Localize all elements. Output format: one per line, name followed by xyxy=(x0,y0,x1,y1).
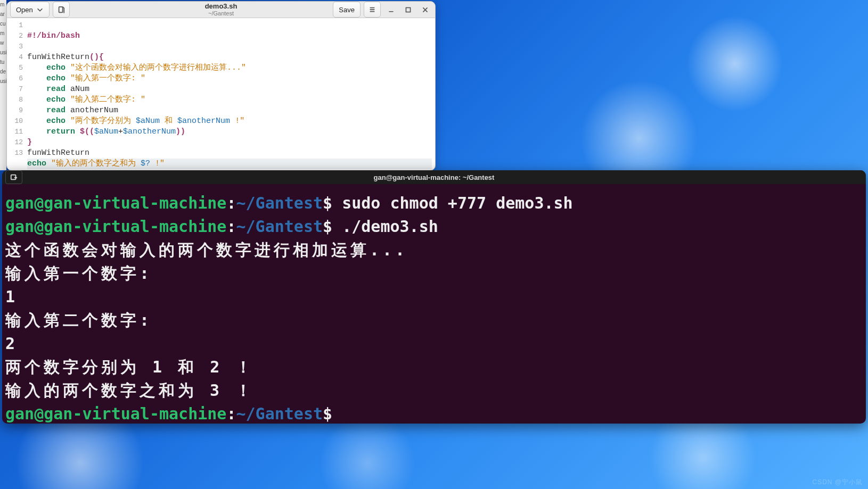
terminal-output: 1 xyxy=(5,285,863,309)
new-document-icon xyxy=(58,6,65,13)
gedit-source-view[interactable]: #!/bin/bash funWithReturn(){ echo "这个函数会… xyxy=(26,18,435,171)
line-number: 2 xyxy=(7,31,23,42)
terminal-output: 输入第一个数字: xyxy=(5,262,863,285)
gedit-titlebar: Open demo3.sh ~/Gantest Save xyxy=(7,2,435,18)
gedit-gutter: 1 2 3 4 5 6 7 8 9 10 11 12 13 xyxy=(7,18,26,171)
save-button[interactable]: Save xyxy=(333,2,361,18)
line-number: 3 xyxy=(7,42,23,52)
terminal-line: gan@gan-virtual-machine:~/Gantest$ xyxy=(5,402,863,424)
gedit-title-group: demo3.sh ~/Gantest xyxy=(205,3,238,16)
hamburger-icon xyxy=(369,6,376,13)
line-number: 1 xyxy=(7,20,23,31)
line-number: 13 xyxy=(7,148,23,159)
minimize-icon xyxy=(388,6,395,13)
close-icon xyxy=(422,6,429,13)
terminal-command: sudo chmod +777 demo3.sh xyxy=(332,194,573,212)
terminal-title: gan@gan-virtual-machine: ~/Gantest xyxy=(374,173,495,181)
window-maximize-button[interactable] xyxy=(401,3,415,16)
line-number: 7 xyxy=(7,84,23,95)
terminal-output: 输入第二个数字: xyxy=(5,309,863,332)
svg-rect-0 xyxy=(59,7,62,13)
terminal-line: gan@gan-virtual-machine:~/Gantest$ ./dem… xyxy=(5,215,863,238)
line-number: 10 xyxy=(7,116,23,127)
line-number: 4 xyxy=(7,52,23,63)
svg-rect-5 xyxy=(406,7,410,12)
occluded-window-sliver: marcumwusitudeusi xyxy=(0,0,6,170)
terminal-output: 输入的两个数字之和为 3 ！ xyxy=(5,379,863,402)
save-button-label: Save xyxy=(339,6,355,14)
gedit-body: 1 2 3 4 5 6 7 8 9 10 11 12 13 #!/bin/bas… xyxy=(7,18,435,171)
terminal-command: ./demo3.sh xyxy=(332,217,438,236)
csdn-watermark: CSDN @宁小鼠 xyxy=(812,478,863,487)
terminal-output: 这个函数会对输入的两个数字进行相加运算... xyxy=(5,238,863,262)
gedit-document-path: ~/Gantest xyxy=(205,10,238,16)
new-tab-icon xyxy=(10,173,18,181)
window-minimize-button[interactable] xyxy=(384,3,398,16)
new-document-button[interactable] xyxy=(53,2,70,18)
gedit-document-title: demo3.sh xyxy=(205,3,238,10)
hamburger-menu-button[interactable] xyxy=(364,2,381,18)
line-number: 11 xyxy=(7,127,23,137)
line-number: 5 xyxy=(7,63,23,73)
code-shebang: #!/bin/bash xyxy=(27,31,80,40)
terminal-output: 2 xyxy=(5,332,863,355)
window-close-button[interactable] xyxy=(418,3,432,16)
line-number: 12 xyxy=(7,137,23,148)
open-button-label: Open xyxy=(16,6,33,14)
terminal-line: gan@gan-virtual-machine:~/Gantest$ sudo … xyxy=(5,192,863,215)
maximize-icon xyxy=(405,6,412,13)
terminal-new-tab-button[interactable] xyxy=(5,170,22,184)
terminal-titlebar: gan@gan-virtual-machine: ~/Gantest xyxy=(2,170,866,184)
terminal-output: 两个数字分别为 1 和 2 ！ xyxy=(5,355,863,379)
chevron-down-icon xyxy=(36,6,44,13)
line-number: 8 xyxy=(7,95,23,105)
open-button[interactable]: Open xyxy=(10,2,50,18)
line-number: 6 xyxy=(7,73,23,84)
gedit-window: Open demo3.sh ~/Gantest Save xyxy=(6,1,436,171)
terminal-window: gan@gan-virtual-machine: ~/Gantest gan@g… xyxy=(2,170,866,424)
line-number: 9 xyxy=(7,105,23,116)
terminal-body[interactable]: gan@gan-virtual-machine:~/Gantest$ sudo … xyxy=(2,184,866,424)
